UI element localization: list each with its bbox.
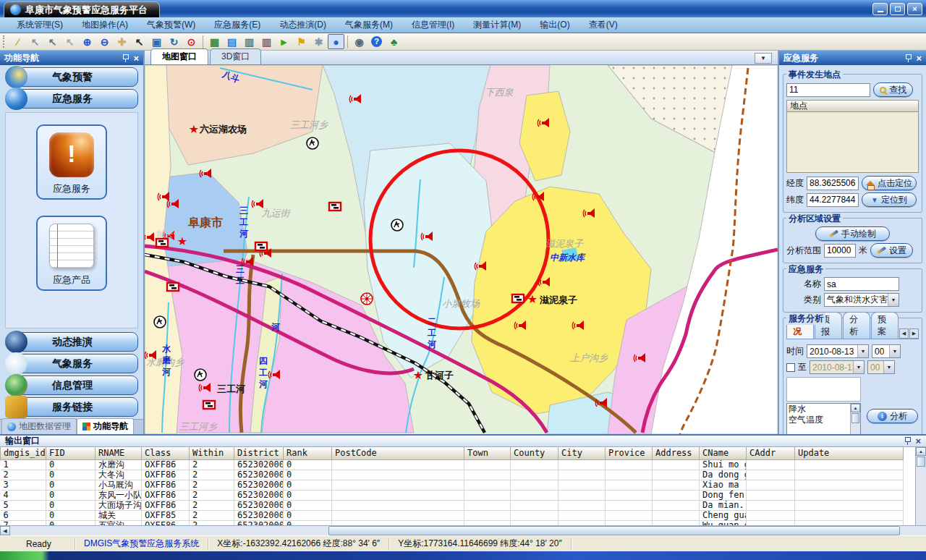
settings-gear-icon[interactable]: ✱: [310, 34, 327, 49]
tab-map-data-management[interactable]: 地图数据管理: [1, 418, 77, 434]
sidebar-item-bottom-1[interactable]: 气象服务: [7, 354, 138, 373]
column-header-Update[interactable]: Update: [795, 447, 904, 459]
column-header-Within[interactable]: Within: [190, 447, 234, 459]
column-header-City[interactable]: City: [558, 447, 606, 459]
scroll-left-icon[interactable]: ◀: [0, 526, 10, 535]
refresh-icon[interactable]: ↻: [166, 34, 182, 49]
tab-scroll-right-icon[interactable]: ▶: [909, 328, 919, 339]
column-header-Address[interactable]: Address: [653, 447, 700, 459]
table-row[interactable]: 40东风一小队OXFF8626523020000Dong fen...: [1, 490, 904, 500]
pin-icon[interactable]: [904, 437, 911, 445]
menu-item-6[interactable]: 信息管理(I): [402, 17, 464, 33]
close-button[interactable]: ×: [907, 3, 922, 15]
scroll-thumb[interactable]: [851, 413, 859, 423]
click-locate-button[interactable]: 点击定位: [862, 176, 917, 190]
column-header-Class[interactable]: Class: [142, 447, 190, 459]
eye-icon[interactable]: ◉: [351, 34, 368, 49]
pin-icon[interactable]: [122, 54, 129, 62]
zoom-out-icon[interactable]: ⊖: [96, 34, 113, 49]
location-list-header[interactable]: 地点: [786, 100, 919, 112]
column-header-Provice[interactable]: Provice: [606, 447, 653, 459]
menu-item-9[interactable]: 查看(V): [579, 17, 627, 33]
help-icon[interactable]: ?: [368, 34, 385, 49]
table-row[interactable]: 10水磨沟OXFF8626523020000Shui mo gou: [1, 459, 904, 470]
analysis-tab-3[interactable]: 预案: [871, 312, 899, 339]
location-search-input[interactable]: [786, 83, 870, 97]
taskbar-strip[interactable]: [0, 551, 926, 560]
tab-scroll-left-icon[interactable]: ◀: [899, 328, 909, 339]
analyze-button[interactable]: 分析: [867, 409, 918, 423]
analysis-range-input[interactable]: [824, 244, 856, 258]
scroll-up-icon[interactable]: ▲: [916, 447, 926, 456]
export-image-icon[interactable]: ▤: [224, 34, 240, 49]
print-icon[interactable]: ▥: [241, 34, 258, 49]
sidebar-item-top-1[interactable]: 应急服务: [7, 89, 138, 109]
table-row[interactable]: 60城关OXFF8526523020000Cheng guan: [1, 510, 904, 520]
map-tab-dropdown-button[interactable]: ▼: [755, 53, 772, 64]
menu-item-1[interactable]: 地图操作(A): [72, 17, 137, 33]
select-box-icon[interactable]: ↖: [44, 34, 61, 49]
select-plain-icon[interactable]: ↖: [61, 34, 78, 49]
marker-pin-icon[interactable]: ⚑: [293, 34, 310, 49]
table-row[interactable]: 70五官沟OXFF8626523020000Wu guan gou: [1, 520, 904, 525]
output-vertical-scrollbar[interactable]: ▲: [915, 447, 926, 525]
sidebar-item-top-0[interactable]: 气象预警: [7, 67, 138, 87]
emergency-service-big-button[interactable]: 应急服务: [36, 124, 107, 200]
manual-draw-button[interactable]: 手动绘制: [815, 226, 890, 241]
element-list-scrollbar[interactable]: ▲: [850, 404, 860, 434]
pointer-green-icon[interactable]: ►: [276, 34, 292, 49]
service-name-input[interactable]: [824, 277, 899, 291]
pointer-icon[interactable]: ↖: [131, 34, 148, 49]
column-header-dmgis_id[interactable]: dmgis_id: [1, 447, 46, 459]
menu-item-0[interactable]: 系统管理(S): [7, 17, 72, 33]
element-list[interactable]: 降水空气温度 ▲: [786, 403, 861, 434]
select-dashed-icon[interactable]: ↖: [27, 34, 43, 49]
service-type-select[interactable]: 气象和洪水灾害 ▼: [824, 293, 899, 307]
column-header-RNAME[interactable]: RNAME: [95, 447, 142, 459]
to-checkbox[interactable]: [786, 363, 795, 372]
sidebar-item-bottom-2[interactable]: 信息管理: [7, 376, 138, 395]
tab-map-window[interactable]: 地图窗口: [150, 48, 208, 64]
pin-icon[interactable]: [905, 54, 912, 62]
longitude-input[interactable]: [807, 177, 859, 190]
sidebar-item-bottom-3[interactable]: 服务链接: [7, 397, 138, 417]
menu-item-4[interactable]: 动态推演(D): [270, 17, 336, 33]
close-icon[interactable]: ×: [133, 54, 139, 63]
close-icon[interactable]: ×: [915, 436, 921, 446]
column-header-CAddr[interactable]: CAddr: [747, 447, 795, 459]
table-row[interactable]: 50大面场子沟OXFF8626523020000Da mian...: [1, 500, 904, 510]
globe-icon[interactable]: ●: [328, 34, 344, 49]
zoom-scale-icon[interactable]: ⊙: [183, 34, 200, 49]
menu-item-2[interactable]: 气象预警(W): [137, 17, 205, 33]
column-header-Rank[interactable]: Rank: [284, 447, 332, 459]
list-item[interactable]: 空气温度: [789, 415, 850, 425]
menu-item-5[interactable]: 气象服务(M): [336, 17, 402, 33]
date-select[interactable]: 2010-08-13 ▼: [807, 344, 869, 358]
list-item[interactable]: 降水: [789, 404, 850, 415]
analysis-tab-2[interactable]: 分析: [843, 312, 870, 339]
location-list[interactable]: [786, 112, 919, 173]
menu-item-8[interactable]: 输出(O): [530, 17, 579, 33]
print-color-icon[interactable]: ▥: [258, 34, 275, 49]
table-row[interactable]: 30小马厩沟OXFF8626523020000Xiao ma ...: [1, 480, 904, 490]
column-header-Town[interactable]: Town: [464, 447, 511, 459]
output-horizontal-scrollbar[interactable]: ◀: [0, 525, 926, 535]
tab-function-nav[interactable]: 功能导航: [77, 418, 134, 434]
minimize-button[interactable]: [872, 3, 888, 15]
toolbar-grip[interactable]: [3, 35, 6, 48]
menu-item-7[interactable]: 测量计算(M): [464, 17, 530, 33]
table-row[interactable]: 20大冬沟OXFF8626523020000Da dong gou: [1, 470, 904, 480]
zoom-in-icon[interactable]: ⊕: [79, 34, 95, 49]
scroll-up-icon[interactable]: ▲: [851, 404, 860, 412]
map-canvas[interactable]: ★★★★ 六运湖农场三工河乡下西泉八斗阜康市城关镇九运街滋泥泉子中新水库滋泥泉子…: [145, 65, 778, 434]
restore-button[interactable]: [890, 3, 905, 15]
find-button[interactable]: 查找: [873, 82, 913, 97]
close-icon[interactable]: ×: [916, 54, 922, 63]
hour-to-select[interactable]: 00 ▼: [867, 360, 895, 374]
menu-item-3[interactable]: 应急服务(E): [205, 17, 270, 33]
pan-icon[interactable]: ✚: [114, 34, 130, 49]
scroll-thumb[interactable]: [917, 457, 925, 467]
date-to-select[interactable]: 2010-08-13 ▼: [810, 360, 865, 374]
measure-icon[interactable]: ∕: [9, 34, 26, 49]
picture-tree-icon[interactable]: ♣: [386, 34, 402, 49]
